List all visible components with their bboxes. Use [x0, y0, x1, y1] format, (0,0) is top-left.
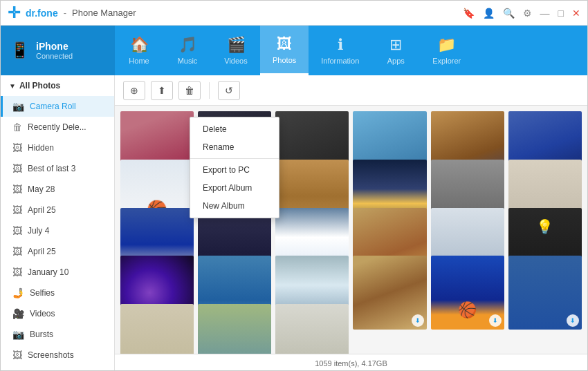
- photo-download-button[interactable]: ⬇: [489, 314, 502, 327]
- photo-item[interactable]: 🏀⬇: [431, 256, 504, 329]
- settings-icon[interactable]: ⚙: [523, 8, 532, 19]
- refresh-button[interactable]: ↺: [218, 81, 240, 100]
- delete-button[interactable]: 🗑: [178, 81, 201, 100]
- device-icon: 📱: [10, 41, 29, 59]
- selfies-icon: 🤳: [12, 287, 24, 298]
- app-title: Phone Manager: [72, 8, 136, 18]
- maximize-button[interactable]: □: [558, 8, 564, 19]
- nav-tabs: 🏠Home🎵Music🎬Videos🖼PhotosℹInformation⊞Ap…: [115, 26, 587, 75]
- context-menu-delete[interactable]: Delete: [190, 120, 279, 138]
- profile-icon[interactable]: 👤: [483, 8, 495, 19]
- sidebar-item-label: Videos: [30, 309, 55, 318]
- april-25a-icon: 🖼: [12, 204, 22, 216]
- photo-item[interactable]: ⬇: [508, 256, 582, 329]
- nav-tab-videos[interactable]: 🎬Videos: [212, 26, 260, 75]
- sidebar-item-label: Best of last 3: [28, 164, 75, 173]
- videos2-icon: 🎥: [12, 308, 24, 319]
- april-25b-icon: 🖼: [12, 246, 22, 257]
- app-separator: -: [64, 8, 66, 18]
- photo-item[interactable]: ⬇: [353, 256, 426, 329]
- nav-tab-music[interactable]: 🎵Music: [163, 26, 212, 75]
- nav-tab-label: Explorer: [432, 57, 461, 65]
- bursts-icon: 📷: [12, 329, 24, 340]
- sidebar-item-videos2[interactable]: 🎥Videos: [1, 303, 114, 324]
- january-10-icon: 🖼: [12, 267, 22, 278]
- photo-item[interactable]: ⬇: [275, 304, 349, 354]
- title-bar-left: ✛ dr.fone - Phone Manager: [8, 4, 136, 22]
- close-button[interactable]: ✕: [572, 8, 580, 19]
- photos-icon: 🖼: [277, 35, 292, 53]
- toolbar: ⊕ ⬆ 🗑 ↺: [115, 75, 587, 106]
- status-text: 1059 item(s), 4.17GB: [315, 359, 387, 368]
- sidebar-item-label: July 4: [28, 226, 49, 236]
- sidebar-item-recently-deleted[interactable]: 🗑Recently Dele...: [1, 117, 114, 137]
- context-menu-new-album[interactable]: New Album: [190, 197, 279, 215]
- sidebar-item-screenshots[interactable]: 🖼Screenshots: [1, 345, 114, 365]
- sidebar-item-label: Selfies: [30, 288, 55, 298]
- nav-tab-explorer[interactable]: 📁Explorer: [420, 26, 473, 75]
- may-28-icon: 🖼: [12, 184, 22, 195]
- photo-emoji: 🏀: [458, 301, 477, 319]
- app-logo: ✛: [8, 4, 20, 22]
- hidden-icon: 🖼: [12, 142, 22, 153]
- explorer-icon: 📁: [437, 36, 456, 54]
- context-menu-separator: [190, 158, 279, 159]
- nav-tab-label: Videos: [224, 57, 247, 65]
- chevron-down-icon: ▼: [9, 82, 16, 90]
- minimize-button[interactable]: —: [540, 8, 550, 19]
- sidebar: ▼ All Photos 📷Camera Roll🗑Recently Dele.…: [1, 75, 115, 371]
- sidebar-item-april-25b[interactable]: 🖼April 25: [1, 241, 114, 262]
- nav-tab-label: Photos: [273, 56, 296, 64]
- photo-grid: ⬇⬇⬇⬇⬇⬇🏀⬇⬇⬇⬇⬇⬇⬇⬇⬇⬇⬇💡⬇⬇⬇⬇⬇🏀⬇⬇⬇⬇⬇: [115, 106, 587, 354]
- sidebar-item-label: Bursts: [30, 330, 53, 339]
- device-info: iPhone Connected: [36, 41, 73, 60]
- toolbar-separator: [209, 82, 210, 99]
- sidebar-item-may-28[interactable]: 🖼May 28: [1, 179, 114, 200]
- recently-deleted-icon: 🗑: [12, 122, 22, 133]
- nav-tab-apps[interactable]: ⊞Apps: [371, 26, 420, 75]
- sidebar-item-label: Recently Dele...: [28, 122, 86, 132]
- nav-tab-label: Apps: [387, 57, 405, 65]
- main-area: ▼ All Photos 📷Camera Roll🗑Recently Dele.…: [1, 75, 587, 371]
- nav-tab-photos[interactable]: 🖼Photos: [260, 26, 309, 75]
- sidebar-item-label: Screenshots: [28, 350, 74, 360]
- sidebar-item-best-of-last-3[interactable]: 🖼Best of last 3: [1, 158, 114, 179]
- best-of-last-3-icon: 🖼: [12, 163, 22, 174]
- photo-item[interactable]: ⬇: [120, 304, 194, 354]
- photo-thumbnail: [275, 304, 349, 354]
- sidebar-item-label: Hidden: [28, 143, 54, 153]
- app-name: dr.fone: [26, 8, 58, 19]
- bookmark-icon[interactable]: 🔖: [463, 8, 475, 19]
- context-menu-export-pc[interactable]: Export to PC: [190, 161, 279, 179]
- sidebar-item-label: April 25: [28, 205, 56, 215]
- apps-icon: ⊞: [389, 36, 402, 54]
- sidebar-item-camera-roll[interactable]: 📷Camera Roll: [1, 96, 114, 117]
- nav-tab-home[interactable]: 🏠Home: [115, 26, 163, 75]
- nav-tab-label: Information: [321, 57, 359, 65]
- photo-thumbnail: [198, 304, 271, 354]
- information-icon: ℹ: [338, 36, 343, 54]
- photo-download-button[interactable]: ⬇: [567, 314, 579, 327]
- sidebar-item-selfies[interactable]: 🤳Selfies: [1, 283, 114, 303]
- photo-item[interactable]: ⬇: [198, 304, 271, 354]
- home-icon: 🏠: [130, 36, 149, 54]
- add-photo-button[interactable]: ⊕: [123, 81, 145, 100]
- sidebar-item-bursts[interactable]: 📷Bursts: [1, 324, 114, 345]
- sidebar-item-label: January 10: [28, 267, 68, 277]
- sidebar-item-july-4[interactable]: 🖼July 4: [1, 220, 114, 241]
- context-menu-rename[interactable]: Rename: [190, 138, 279, 156]
- july-4-icon: 🖼: [12, 225, 22, 236]
- title-bar: ✛ dr.fone - Phone Manager 🔖 👤 🔍 ⚙ — □ ✕: [1, 1, 587, 26]
- sidebar-item-january-10[interactable]: 🖼January 10: [1, 262, 114, 283]
- export-button[interactable]: ⬆: [151, 81, 173, 100]
- sidebar-item-april-25a[interactable]: 🖼April 25: [1, 200, 114, 220]
- sidebar-item-hidden[interactable]: 🖼Hidden: [1, 137, 114, 158]
- nav-bar: 📱 iPhone Connected 🏠Home🎵Music🎬Videos🖼Ph…: [1, 26, 587, 75]
- music-icon: 🎵: [178, 36, 197, 54]
- search-icon[interactable]: 🔍: [503, 8, 515, 19]
- device-status: Connected: [36, 52, 73, 60]
- sidebar-item-label: May 28: [28, 184, 55, 194]
- nav-tab-information[interactable]: ℹInformation: [309, 26, 371, 75]
- photo-download-button[interactable]: ⬇: [412, 314, 424, 327]
- context-menu-export-album[interactable]: Export Album: [190, 179, 279, 197]
